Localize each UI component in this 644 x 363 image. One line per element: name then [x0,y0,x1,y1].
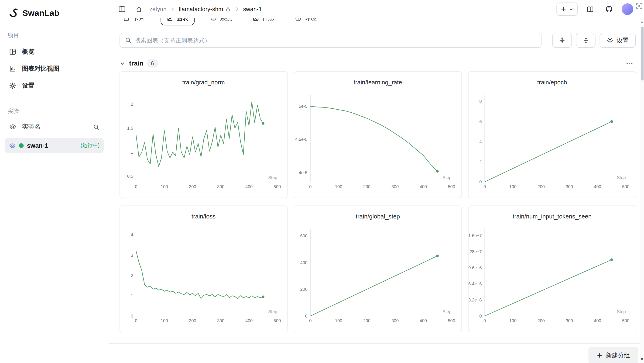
chart-plot[interactable]: 024680100200300400500Step [468,90,636,196]
svg-text:1.28e+7: 1.28e+7 [468,249,482,254]
svg-text:400: 400 [420,184,427,189]
svg-text:8: 8 [479,99,482,104]
svg-text:500: 500 [622,318,629,323]
svg-text:400: 400 [594,184,601,189]
sidebar-item-chart-compare[interactable]: 图表对比视图 [5,60,104,77]
chart-card[interactable]: train/global_step 0200400600010020030040… [294,206,462,332]
avatar[interactable] [622,3,633,15]
app-header: zetyun llamafactory-shm swan-1 [109,0,644,18]
svg-text:4: 4 [131,232,133,237]
chart-card[interactable]: train/loss 012340100200300400500Step [120,206,288,332]
svg-text:0: 0 [305,313,307,318]
sidebar-item-overview[interactable]: 概览 [5,43,104,60]
chart-plot[interactable]: 012340100200300400500Step [120,224,288,330]
brand[interactable]: SwanLab [5,8,104,18]
chart-compare-icon [9,65,16,72]
svg-text:2: 2 [479,159,482,164]
svg-text:0: 0 [484,184,486,189]
chart-plot[interactable]: 4e-54.5e-55e-50100200300400500Step [294,90,462,196]
chart-search-box[interactable] [120,33,542,48]
vertical-scrollbar[interactable] [640,18,644,363]
svg-text:0: 0 [309,184,312,189]
tab-system[interactable]: 系统 [206,18,237,25]
scrollbar-thumb[interactable] [641,27,644,81]
sidebar-item-label: 概览 [22,48,34,56]
visibility-eye-icon[interactable] [9,142,16,149]
svg-text:300: 300 [392,318,399,323]
sidebar: SwanLab 项目 概览 图表对比视图 设置 实验 实验名 swan-1 (运… [0,0,109,363]
chart-settings-button[interactable]: 设置 [600,33,636,48]
home-icon[interactable] [135,6,142,13]
sidebar-toggle-icon[interactable] [118,5,126,13]
charts-grid: train/grad_norm 0.511.520100200300400500… [109,67,644,332]
collapse-all-button[interactable] [552,33,572,48]
svg-text:0: 0 [484,318,486,323]
sidebar-item-settings[interactable]: 设置 [5,77,104,94]
add-button[interactable] [556,3,578,16]
github-button[interactable] [602,3,616,16]
chart-plot[interactable]: 02004006000100200300400500Step [294,224,462,330]
gear-icon [9,82,16,89]
eye-icon[interactable] [9,123,16,130]
svg-text:0: 0 [135,184,137,189]
new-group-button[interactable]: 新建分组 [588,347,638,363]
svg-text:2: 2 [131,273,133,278]
breadcrumb-run[interactable]: swan-1 [243,6,262,12]
breadcrumb: zetyun llamafactory-shm swan-1 [118,5,262,13]
run-name: swan-1 [27,142,77,149]
scrollbar-up-arrow[interactable] [641,21,643,23]
run-item-swan-1[interactable]: swan-1 (运行中) [5,138,104,153]
svg-text:1.6e+7: 1.6e+7 [468,233,482,238]
tab-charts[interactable]: 图表 [160,18,194,25]
svg-text:4: 4 [479,139,482,144]
breadcrumb-project[interactable]: llamafactory-shm [179,6,231,12]
chart-card[interactable]: train/num_input_tokens_seen 03.2e+66.4e+… [468,206,636,332]
tab-logs[interactable]: 日志 [248,18,279,25]
scan-icon[interactable] [636,3,642,10]
svg-text:100: 100 [509,318,516,323]
chart-search-input[interactable] [135,37,536,44]
expand-vertical-icon [582,37,589,44]
tab-cards[interactable]: 卡片 [118,18,150,25]
svg-text:0: 0 [135,318,137,323]
chart-plot[interactable]: 03.2e+66.4e+69.6e+61.28e+71.6e+701002003… [468,224,636,330]
breadcrumb-org[interactable]: zetyun [149,6,166,12]
svg-text:Step: Step [442,309,451,314]
chart-card[interactable]: train/learning_rate 4e-54.5e-55e-5010020… [294,71,462,198]
expand-all-button[interactable] [576,33,596,48]
sidebar-item-label: 设置 [22,82,34,90]
settings-label: 设置 [617,36,629,44]
group-more-button[interactable] [626,60,633,66]
chart-plot[interactable]: 0.511.520100200300400500Step [120,90,288,196]
svg-text:500: 500 [448,184,455,189]
group-name[interactable]: train [129,60,144,67]
group-count-badge: 6 [147,60,158,67]
chevron-right-icon [170,7,175,12]
tab-label: 环境 [304,18,317,22]
main-area: zetyun llamafactory-shm swan-1 [109,0,644,363]
svg-text:9.6e+6: 9.6e+6 [468,265,482,270]
svg-text:3.2e+6: 3.2e+6 [468,297,482,302]
tab-environment[interactable]: 环境 [290,18,322,25]
svg-text:300: 300 [217,184,224,189]
overview-icon [9,48,16,55]
scrollbar-down-arrow[interactable] [641,358,643,361]
plus-icon [560,6,566,12]
chart-title: train/global_step [294,213,462,222]
search-icon[interactable] [93,124,100,130]
svg-text:300: 300 [566,318,573,323]
gear-icon [607,37,613,44]
chart-card[interactable]: train/grad_norm 0.511.520100200300400500… [120,71,288,198]
chevron-down-icon[interactable] [120,60,125,66]
svg-text:500: 500 [448,318,455,323]
charts-toolbar: 设置 [120,33,636,48]
svg-text:300: 300 [566,184,573,189]
docs-button[interactable] [584,3,597,16]
svg-text:200: 200 [363,184,370,189]
footer-bar: 新建分组 [109,343,644,363]
sidebar-section-experiment: 实验 [5,105,104,119]
svg-text:400: 400 [594,318,601,323]
group-header: train 6 [120,60,633,67]
chart-card[interactable]: train/epoch 024680100200300400500Step [468,71,636,198]
chart-title: train/num_input_tokens_seen [468,213,636,222]
